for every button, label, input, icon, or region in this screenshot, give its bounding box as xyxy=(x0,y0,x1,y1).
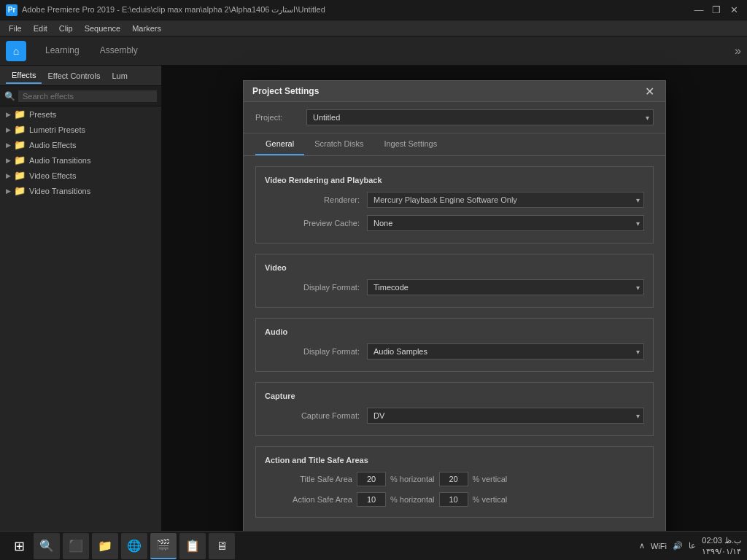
folder-icon-video-transitions: 📁 xyxy=(14,185,26,196)
video-display-format-label: Display Format: xyxy=(265,283,360,292)
action-safe-v-input[interactable] xyxy=(439,492,468,507)
capture-format-select[interactable]: DV HDV xyxy=(367,408,644,424)
left-panel: Effects Effect Controls Lum 🔍 ▶ 📁 Preset… xyxy=(0,66,162,531)
taskbar-chrome[interactable]: 🌐 xyxy=(121,533,147,559)
action-safe-label: Action Safe Area xyxy=(265,495,352,504)
tree-label-video-transitions: Video Transitions xyxy=(29,187,90,195)
taskbar-system-tray: ∧ WiFi 🔊 عا 02:03 ب.ظ ۱۳۹۹/۰۱/۱۴ xyxy=(639,535,741,556)
panel-header: Effects Effect Controls Lum xyxy=(0,66,161,86)
volume-icon[interactable]: 🔊 xyxy=(673,541,683,551)
app-icon: Pr xyxy=(6,4,18,16)
renderer-label: Renderer: xyxy=(265,195,360,204)
workspace-tab-assembly[interactable]: Assembly xyxy=(90,41,148,61)
title-safe-row: Title Safe Area % horizontal % vertical xyxy=(265,472,644,486)
menu-sequence[interactable]: Sequence xyxy=(79,23,127,34)
action-safe-h-unit: % horizontal xyxy=(390,495,435,504)
workspace-more-button[interactable]: » xyxy=(735,44,741,58)
capture-format-row: Capture Format: DV HDV xyxy=(265,408,644,424)
taskbar-app5[interactable]: 📋 xyxy=(179,533,206,559)
language-indicator: عا xyxy=(689,541,696,551)
arrow-icon: ▶ xyxy=(6,141,11,149)
folder-icon-audio-effects: 📁 xyxy=(14,139,26,150)
title-bar: Pr Adobe Premiere Pro 2019 - E:\eduis\cl… xyxy=(0,0,747,20)
search-input[interactable] xyxy=(18,90,157,102)
menu-markers[interactable]: Markers xyxy=(126,23,167,34)
folder-icon-video-effects: 📁 xyxy=(14,170,26,181)
window-close-button[interactable]: ✕ xyxy=(727,4,741,17)
arrow-icon: ▶ xyxy=(6,187,11,195)
video-section-title: Video xyxy=(265,263,644,272)
action-safe-h-input[interactable] xyxy=(357,492,386,507)
audio-section: Audio Display Format: Audio Samples Mill… xyxy=(255,318,654,372)
tab-lum[interactable]: Lum xyxy=(106,69,133,83)
preview-cache-row: Preview Cache: None Auto Delete xyxy=(265,215,644,231)
menu-file[interactable]: File xyxy=(3,23,28,34)
menu-edit[interactable]: Edit xyxy=(28,23,53,34)
clock: 02:03 ب.ظ ۱۳۹۹/۰۱/۱۴ xyxy=(702,535,741,556)
clock-time: 02:03 ب.ظ xyxy=(702,535,741,545)
project-label: Project: xyxy=(255,113,299,122)
tree-label-audio-transitions: Audio Transitions xyxy=(29,156,90,165)
folder-icon-presets: 📁 xyxy=(14,109,26,120)
renderer-select[interactable]: Mercury Playback Engine Software Only xyxy=(367,192,644,208)
project-select-wrapper: Untitled xyxy=(306,109,654,125)
capture-section-title: Capture xyxy=(265,392,644,400)
modal-overlay: Project Settings ✕ Project: Untitled Gen… xyxy=(162,66,747,531)
dialog-tab-scratch[interactable]: Scratch Disks xyxy=(304,133,374,155)
title-safe-h-input[interactable] xyxy=(357,472,386,486)
tree-item-audio-transitions[interactable]: ▶ 📁 Audio Transitions xyxy=(0,152,161,168)
renderer-select-wrapper: Mercury Playback Engine Software Only xyxy=(367,192,644,208)
dialog-tab-ingest[interactable]: Ingest Settings xyxy=(374,133,447,155)
action-safe-v-unit: % vertical xyxy=(473,495,508,504)
tree-item-presets[interactable]: ▶ 📁 Presets xyxy=(0,106,161,122)
window-title: Adobe Premiere Pro 2019 - E:\eduis\clip … xyxy=(22,5,692,15)
dialog-title-text: Project Settings xyxy=(252,86,642,96)
video-display-format-select[interactable]: Timecode Frames Feet + Frames 16mm Feet … xyxy=(367,279,644,295)
renderer-row: Renderer: Mercury Playback Engine Softwa… xyxy=(265,192,644,208)
audio-display-format-select[interactable]: Audio Samples Milliseconds xyxy=(367,343,644,359)
dialog-content: Video Rendering and Playback Renderer: M… xyxy=(244,156,665,548)
minimize-button[interactable]: — xyxy=(692,4,706,17)
system-tray-arrow[interactable]: ∧ xyxy=(639,541,645,551)
taskbar-task-view[interactable]: ⬛ xyxy=(63,533,89,559)
home-icon[interactable]: ⌂ xyxy=(6,41,26,61)
tree-label-lumetri: Lumetri Presets xyxy=(29,125,85,134)
dialog-tab-general[interactable]: General xyxy=(255,133,304,155)
workspace-tab-learning[interactable]: Learning xyxy=(35,41,90,61)
title-safe-h-unit: % horizontal xyxy=(390,475,435,483)
tree-label-video-effects: Video Effects xyxy=(29,171,76,180)
taskbar-search[interactable]: 🔍 xyxy=(34,533,60,559)
video-rendering-section: Video Rendering and Playback Renderer: M… xyxy=(255,166,654,244)
video-rendering-title: Video Rendering and Playback xyxy=(265,176,644,184)
audio-section-title: Audio xyxy=(265,327,644,336)
folder-icon-audio-transitions: 📁 xyxy=(14,155,26,166)
video-display-format-wrapper: Timecode Frames Feet + Frames 16mm Feet … xyxy=(367,279,644,295)
preview-cache-select[interactable]: None Auto Delete xyxy=(367,215,644,231)
tree-label-audio-effects: Audio Effects xyxy=(29,141,77,149)
tree-item-video-effects[interactable]: ▶ 📁 Video Effects xyxy=(0,168,161,183)
tree-item-video-transitions[interactable]: ▶ 📁 Video Transitions xyxy=(0,183,161,198)
title-safe-v-unit: % vertical xyxy=(473,475,508,483)
dialog-close-button[interactable]: ✕ xyxy=(642,84,657,98)
menu-bar: File Edit Clip Sequence Markers xyxy=(0,20,747,36)
workspace-bar: ⌂ Learning Assembly » xyxy=(0,36,747,66)
maximize-button[interactable]: ❐ xyxy=(709,4,724,17)
title-safe-v-input[interactable] xyxy=(439,472,468,486)
tree-item-audio-effects[interactable]: ▶ 📁 Audio Effects xyxy=(0,137,161,152)
taskbar-file-explorer[interactable]: 📁 xyxy=(92,533,118,559)
taskbar-app6[interactable]: 🖥 xyxy=(209,533,235,559)
menu-clip[interactable]: Clip xyxy=(53,23,79,34)
action-safe-row: Action Safe Area % horizontal % vertical xyxy=(265,492,644,507)
folder-icon-lumetri: 📁 xyxy=(14,124,26,135)
tab-effect-controls[interactable]: Effect Controls xyxy=(42,69,106,83)
project-select[interactable]: Untitled xyxy=(306,109,654,125)
tree-item-lumetri[interactable]: ▶ 📁 Lumetri Presets xyxy=(0,122,161,137)
project-settings-dialog: Project Settings ✕ Project: Untitled Gen… xyxy=(243,80,666,560)
dialog-tabs: General Scratch Disks Ingest Settings xyxy=(244,133,665,156)
safe-areas-title: Action and Title Safe Areas xyxy=(265,456,644,464)
arrow-icon: ▶ xyxy=(6,111,11,118)
start-button[interactable]: ⊞ xyxy=(6,533,32,559)
tab-effects[interactable]: Effects xyxy=(6,68,42,84)
audio-display-format-wrapper: Audio Samples Milliseconds xyxy=(367,343,644,359)
taskbar-premiere[interactable]: 🎬 xyxy=(150,533,177,559)
